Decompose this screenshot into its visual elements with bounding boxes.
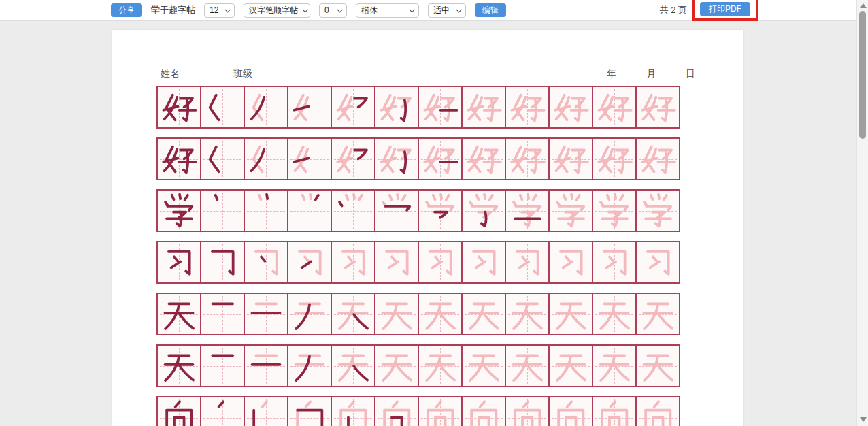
trace-char-cell	[505, 293, 550, 335]
trace-char-cell	[635, 86, 680, 129]
stroke-step-cell	[331, 137, 375, 180]
trace-char-cell	[461, 86, 506, 129]
stroke-step-cell	[331, 396, 375, 426]
offset-select[interactable]: 0	[319, 3, 347, 18]
stroke-step-cell	[418, 396, 463, 426]
font-select[interactable]: 楷体	[356, 3, 419, 18]
scroll-up-arrow-icon[interactable]	[860, 3, 867, 8]
trace-char-cell	[331, 241, 375, 284]
practice-row	[156, 189, 695, 232]
stroke-step-cell	[505, 189, 550, 232]
trace-char-cell	[418, 293, 463, 335]
select-value: 0	[324, 5, 329, 15]
stroke-step-cell	[418, 189, 463, 232]
edit-button[interactable]: 编辑	[475, 3, 506, 17]
trace-char-cell	[548, 344, 593, 387]
share-button[interactable]: 分享	[111, 3, 142, 17]
stroke-step-cell	[331, 293, 375, 335]
model-char-cell	[156, 396, 201, 426]
trace-char-cell	[635, 293, 680, 335]
model-char-cell	[156, 86, 201, 129]
trace-char-cell	[548, 396, 593, 426]
model-char-cell	[156, 293, 201, 335]
density-select[interactable]: 适中	[428, 3, 466, 18]
trace-char-cell	[548, 293, 593, 335]
month-label: 月	[646, 68, 656, 80]
trace-char-cell	[418, 344, 463, 387]
stroke-step-cell	[287, 344, 332, 387]
stroke-step-cell	[200, 344, 245, 387]
model-char-cell	[156, 344, 201, 387]
trace-char-cell	[548, 189, 593, 232]
stroke-step-cell	[287, 86, 332, 129]
trace-char-cell	[635, 344, 680, 387]
app-root: 分享 学于趣字帖 12 汉字笔顺字帖 0 楷体 适中 编辑 共 2 页 打印PD…	[0, 0, 868, 426]
stroke-step-cell	[244, 344, 288, 387]
practice-row	[156, 137, 695, 180]
trace-char-cell	[592, 396, 637, 426]
trace-char-cell	[374, 293, 419, 335]
stroke-step-cell	[418, 86, 463, 129]
practice-row	[156, 241, 695, 284]
worksheet-page: 姓名 班级 年 月 日	[112, 30, 743, 426]
stroke-step-cell	[461, 189, 506, 232]
trace-char-cell	[592, 241, 637, 284]
template-select[interactable]: 汉字笔顺字帖	[244, 3, 310, 18]
day-label: 日	[686, 68, 695, 80]
chevron-down-icon	[302, 7, 307, 12]
stroke-step-cell	[287, 293, 332, 335]
trace-char-cell	[505, 86, 550, 129]
stroke-step-cell	[374, 189, 419, 232]
stroke-step-cell	[244, 293, 288, 335]
chevron-down-icon	[337, 7, 342, 12]
stroke-step-cell	[374, 137, 419, 180]
stroke-step-cell	[331, 86, 375, 129]
trace-char-cell	[592, 189, 637, 232]
trace-char-cell	[461, 293, 506, 335]
trace-char-cell	[374, 241, 419, 284]
stroke-step-cell	[200, 189, 245, 232]
stroke-step-cell	[331, 189, 375, 232]
stroke-step-cell	[287, 396, 332, 426]
year-label: 年	[607, 68, 616, 80]
stroke-step-cell	[200, 86, 245, 129]
practice-row	[156, 396, 695, 426]
stroke-step-cell	[200, 396, 245, 426]
trace-char-cell	[635, 137, 680, 180]
select-value: 楷体	[361, 5, 378, 16]
trace-char-cell	[548, 137, 593, 180]
trace-char-cell	[592, 86, 637, 129]
trace-char-cell	[592, 293, 637, 335]
practice-grid	[156, 86, 695, 426]
page-count: 共 2 页	[660, 4, 687, 16]
trace-char-cell	[505, 241, 550, 284]
trace-char-cell	[505, 396, 550, 426]
toolbar-right: 共 2 页 打印PDF	[660, 0, 758, 21]
trace-char-cell	[592, 344, 637, 387]
stroke-step-cell	[331, 344, 375, 387]
stroke-step-cell	[244, 396, 288, 426]
practice-row	[156, 86, 695, 129]
sheet-header: 姓名 班级 年 月 日	[156, 65, 695, 80]
preview-area: 姓名 班级 年 月 日	[0, 21, 868, 426]
trace-char-cell	[461, 241, 506, 284]
stroke-step-cell	[244, 137, 288, 180]
trace-char-cell	[635, 241, 680, 284]
scrollbar-thumb[interactable]	[859, 11, 866, 139]
stroke-step-cell	[287, 241, 332, 284]
chevron-down-icon	[409, 7, 414, 12]
toolbar: 分享 学于趣字帖 12 汉字笔顺字帖 0 楷体 适中 编辑 共 2 页 打印PD…	[0, 0, 868, 21]
stroke-step-cell	[200, 137, 245, 180]
trace-char-cell	[635, 189, 680, 232]
select-value: 适中	[433, 5, 450, 16]
grid-count-select[interactable]: 12	[204, 3, 235, 18]
print-pdf-button[interactable]: 打印PDF	[700, 2, 750, 16]
stroke-step-cell	[374, 396, 419, 426]
trace-char-cell	[418, 241, 463, 284]
trace-char-cell	[592, 137, 637, 180]
stroke-step-cell	[244, 86, 288, 129]
practice-row	[156, 344, 695, 387]
scroll-down-arrow-icon[interactable]	[860, 417, 867, 422]
stroke-step-cell	[244, 241, 288, 284]
chevron-down-icon	[456, 7, 461, 12]
